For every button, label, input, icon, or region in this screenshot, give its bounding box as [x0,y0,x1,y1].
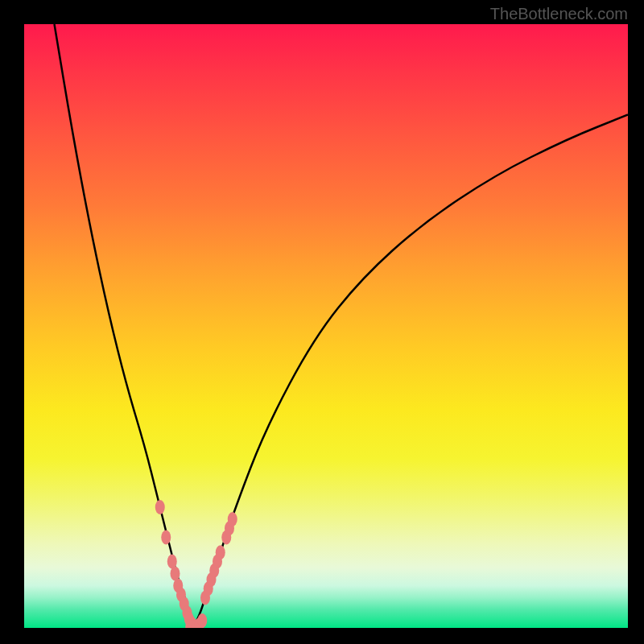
chart-plot-area [24,24,628,628]
data-point [197,613,207,628]
data-point [216,545,225,559]
data-points-group [155,500,237,628]
data-point [228,512,237,526]
chart-svg [24,24,628,628]
data-point [155,500,165,514]
data-point [161,530,171,545]
right-curve-line [193,115,628,627]
left-curve-line [55,24,194,627]
watermark-text: TheBottleneck.com [490,5,628,23]
